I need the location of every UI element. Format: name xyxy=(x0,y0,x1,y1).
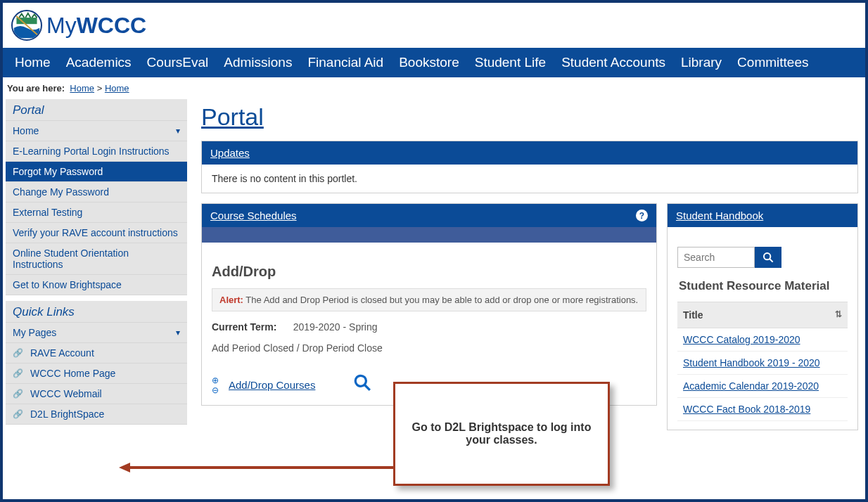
period-status: Add Period Closed / Drop Period Close xyxy=(212,342,646,354)
resource-row[interactable]: WCCC Fact Book 2018-2019 xyxy=(677,398,848,421)
handbook-search xyxy=(677,247,848,268)
sidebar-item-elearning[interactable]: E-Learning Portal Login Instructions xyxy=(6,141,187,162)
course-schedules-portlet: Course Schedules ? Add/Drop Alert: The A… xyxy=(201,203,657,406)
sidebar-item-wccc-home[interactable]: 🔗 WCCC Home Page xyxy=(6,363,187,384)
sidebar-item-mypages[interactable]: My Pages ▾ xyxy=(6,323,187,343)
nav-student-accounts[interactable]: Student Accounts xyxy=(554,48,673,77)
nav-financial-aid[interactable]: Financial Aid xyxy=(300,48,391,77)
brand-text: MyWCCC xyxy=(46,13,146,39)
sidebar-portal-heading: Portal xyxy=(6,99,187,121)
sidebar-item-rave-account[interactable]: 🔗 RAVE Account xyxy=(6,343,187,363)
nav-courseval[interactable]: CoursEval xyxy=(139,48,217,77)
svg-marker-8 xyxy=(119,463,130,472)
search-button[interactable] xyxy=(755,247,781,268)
sidebar-item-wccc-webmail[interactable]: 🔗 WCCC Webmail xyxy=(6,384,187,404)
nav-bookstore[interactable]: Bookstore xyxy=(391,48,467,77)
resource-heading: Student Resource Material xyxy=(677,276,848,302)
svg-line-6 xyxy=(770,259,773,262)
sidebar-item-home[interactable]: Home ▾ xyxy=(6,121,187,141)
alert-label: Alert: xyxy=(219,295,243,305)
portlet-sub-bar xyxy=(202,227,656,243)
alert-box: Alert: The Add and Drop Period is closed… xyxy=(212,288,646,311)
link-icon: 🔗 xyxy=(13,409,23,419)
updates-header[interactable]: Updates xyxy=(202,141,857,165)
nav-committees[interactable]: Committees xyxy=(729,48,816,77)
student-handbook-header[interactable]: Student Handbook xyxy=(668,204,857,227)
link-icon: 🔗 xyxy=(13,348,23,358)
link-icon: 🔗 xyxy=(13,389,23,399)
top-bar: MyWCCC xyxy=(3,3,865,48)
student-handbook-portlet: Student Handbook Stu xyxy=(667,203,858,430)
add-drop-courses-link[interactable]: Add/Drop Courses xyxy=(229,379,315,391)
sort-icon[interactable]: ⇅ xyxy=(835,309,842,321)
resource-row[interactable]: Student Handbook 2019 - 2020 xyxy=(677,352,848,375)
nav-academics[interactable]: Academics xyxy=(58,48,139,77)
svg-line-4 xyxy=(365,385,371,390)
nav-admissions[interactable]: Admissions xyxy=(216,48,300,77)
chevron-down-icon: ▾ xyxy=(176,126,180,136)
link-icon: 🔗 xyxy=(13,368,23,378)
annotation-arrow xyxy=(119,463,395,472)
resource-row[interactable]: Academic Calendar 2019-2020 xyxy=(677,375,848,398)
sidebar-item-forgot-password[interactable]: Forgot My Password xyxy=(6,162,187,182)
table-header[interactable]: Title ⇅ xyxy=(677,302,848,328)
updates-body: There is no content in this portlet. xyxy=(202,165,857,193)
sidebar-item-change-password[interactable]: Change My Password xyxy=(6,182,187,202)
main-nav: Home Academics CoursEval Admissions Fina… xyxy=(3,48,865,77)
course-schedules-header[interactable]: Course Schedules ? xyxy=(202,204,656,227)
alert-text: The Add and Drop Period is closed but yo… xyxy=(245,295,638,305)
sidebar-item-orientation[interactable]: Online Student Orientation Instructions xyxy=(6,243,187,275)
nav-library[interactable]: Library xyxy=(673,48,729,77)
sidebar-quicklinks-heading: Quick Links xyxy=(6,301,187,323)
sidebar-item-rave-verify[interactable]: Verify your RAVE account instructions xyxy=(6,223,187,243)
sidebar-item-external-testing[interactable]: External Testing xyxy=(6,202,187,223)
logo-badge-icon xyxy=(11,10,42,41)
sidebar-item-d2l-brightspace[interactable]: 🔗 D2L BrightSpace xyxy=(6,404,187,425)
breadcrumb-home-1[interactable]: Home xyxy=(70,83,94,94)
current-term-row: Current Term: 2019-2020 - Spring xyxy=(212,321,646,333)
plus-minus-icon: ⊕⊖ xyxy=(212,376,219,394)
sidebar-quicklinks-section: Quick Links My Pages ▾ 🔗 RAVE Account 🔗 … xyxy=(6,301,187,425)
svg-point-5 xyxy=(764,253,770,259)
help-icon[interactable]: ? xyxy=(636,210,648,221)
add-drop-heading: Add/Drop xyxy=(212,264,646,280)
sidebar-item-brightspace-info[interactable]: Get to Know Brightspace xyxy=(6,275,187,295)
resource-row[interactable]: WCCC Catalog 2019-2020 xyxy=(677,328,848,352)
annotation-callout: Go to D2L Brightspace to log into your c… xyxy=(393,382,610,486)
breadcrumb-home-2[interactable]: Home xyxy=(105,83,129,94)
sidebar-portal-section: Portal Home ▾ E-Learning Portal Login In… xyxy=(6,99,187,295)
app-frame: MyWCCC Home Academics CoursEval Admissio… xyxy=(3,3,865,499)
search-input[interactable] xyxy=(677,247,755,268)
main-area: Portal Updates There is no content in th… xyxy=(187,99,865,430)
nav-home[interactable]: Home xyxy=(7,48,58,77)
magnifier-icon[interactable] xyxy=(353,373,371,397)
breadcrumb: You are here: Home > Home xyxy=(3,77,865,99)
sidebar: Portal Home ▾ E-Learning Portal Login In… xyxy=(3,99,187,430)
brand-logo[interactable]: MyWCCC xyxy=(11,10,146,41)
nav-student-life[interactable]: Student Life xyxy=(467,48,554,77)
svg-point-3 xyxy=(356,375,366,386)
page-title[interactable]: Portal xyxy=(201,99,858,131)
chevron-down-icon: ▾ xyxy=(176,328,180,337)
updates-portlet: Updates There is no content in this port… xyxy=(201,141,858,193)
